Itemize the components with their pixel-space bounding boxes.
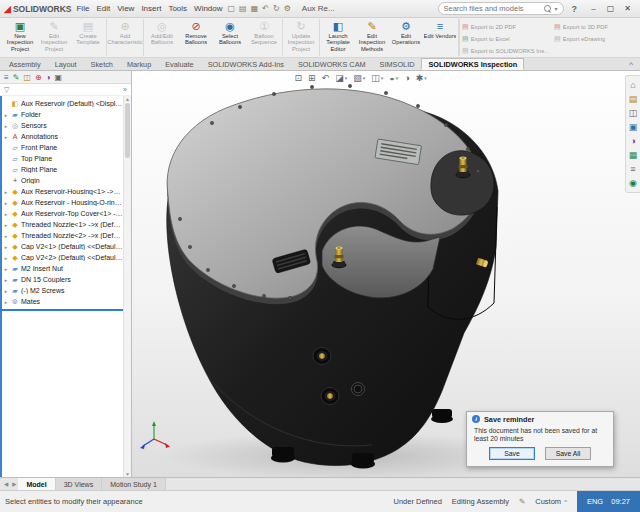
- tree-item-aux-reservoir-top-cover-1-x-d[interactable]: ▸◆Aux Reservoir-Top Cover<1> ->x (D: [3, 208, 123, 219]
- tree-item-cap-v2-1-default-default-di[interactable]: ▸◆Cap V2<1> (Default) <<Default>_Di: [3, 241, 123, 252]
- tab-markup[interactable]: Markup: [120, 58, 158, 70]
- tree-item-dn-15-couplers[interactable]: ▸▰DN 15 Couplers: [3, 274, 123, 285]
- tree-item-front-plane[interactable]: ▱Front Plane: [3, 142, 123, 153]
- front-port-upper[interactable]: [313, 348, 331, 365]
- search-dropdown-icon[interactable]: ▾: [554, 5, 557, 12]
- expand-arrow-icon[interactable]: ▸: [3, 123, 9, 129]
- previous-view-icon[interactable]: ↶: [322, 73, 330, 83]
- menu-window[interactable]: Window: [194, 4, 222, 13]
- tree-item-m2-insert-nut[interactable]: ▸▰M2 Insert Nut: [3, 263, 123, 274]
- tab-scroll-left-icon[interactable]: ◀: [2, 478, 10, 490]
- scenes-icon[interactable]: ▦: [629, 150, 638, 160]
- save-all-button[interactable]: Save All: [545, 447, 591, 460]
- displaymanager-tab-icon[interactable]: ◑: [46, 73, 51, 82]
- tree-item-top-plane[interactable]: ▱Top Plane: [3, 153, 123, 164]
- tree-item-mates[interactable]: ▸⊚Mates: [3, 296, 123, 307]
- expand-arrow-icon[interactable]: ▸: [3, 255, 9, 261]
- undo-icon[interactable]: ↶: [262, 4, 269, 13]
- tree-item-aux-reservoir-default-display-state-1[interactable]: ◧Aux Reservoir (Default) <Display State-…: [3, 98, 123, 109]
- expand-arrow-icon[interactable]: ▸: [3, 134, 9, 140]
- file-explorer-icon[interactable]: ◫: [629, 108, 638, 118]
- tree-item-aux-reservoir-housing-1-x-def[interactable]: ▸◆Aux Reservoir-Housing<1> ->x (Def: [3, 186, 123, 197]
- zoom-area-icon[interactable]: ⊞: [308, 73, 316, 83]
- cam-tab-icon[interactable]: ▣: [54, 73, 62, 82]
- menu-view[interactable]: View: [117, 4, 134, 13]
- language-indicator[interactable]: ENG: [587, 497, 603, 506]
- tree-item-cap-v2-2-default-default-di[interactable]: ▸◆Cap V2<2> (Default) <<Default>_Di: [3, 252, 123, 263]
- inspection-tab-icon[interactable]: ◉: [629, 178, 637, 188]
- edit-inspection-methods-button[interactable]: ✎Edit Inspection Methods: [355, 19, 389, 56]
- maximize-button[interactable]: ▢: [602, 2, 619, 16]
- minimize-button[interactable]: –: [585, 2, 602, 16]
- view-settings-icon[interactable]: ✱▾: [416, 73, 427, 83]
- edit-vendors-button[interactable]: ≡Edit Vendors: [423, 19, 457, 56]
- scrollbar-thumb[interactable]: [125, 103, 130, 158]
- expand-pane-icon[interactable]: »: [123, 86, 127, 93]
- tree-item-aux-reservoir-housing-o-ring-1[interactable]: ▸◆Aux Reservoir - Housing-O-ring<1: [3, 197, 123, 208]
- tree-item-m2-screws[interactable]: ▸▰(-) M2 Screws: [3, 285, 123, 296]
- tree-item-origin[interactable]: +Origin: [3, 175, 123, 186]
- configuration-selector[interactable]: Custom ^: [535, 497, 567, 506]
- launch-template-editor-button[interactable]: ◧Launch Template Editor: [321, 19, 355, 56]
- close-button[interactable]: ✕: [619, 2, 636, 16]
- hide-show-icon[interactable]: ◒▾: [389, 73, 398, 83]
- search-icon[interactable]: [544, 5, 551, 12]
- tab-scroll-right-icon[interactable]: ▶: [10, 478, 18, 490]
- menu-insert[interactable]: Insert: [141, 4, 161, 13]
- options-icon[interactable]: ⚙: [284, 4, 291, 13]
- doc-tab-3d-views[interactable]: 3D Views: [56, 478, 102, 490]
- featuremanager-tab-icon[interactable]: ≡: [4, 73, 9, 82]
- select-balloons-button[interactable]: ◉Select Balloons: [213, 19, 247, 56]
- dimxpertmanager-tab-icon[interactable]: ⊕: [35, 73, 42, 82]
- expand-arrow-icon[interactable]: ▸: [3, 277, 9, 283]
- view-orientation-icon[interactable]: ▧▾: [353, 73, 365, 83]
- panel-split-bar[interactable]: [0, 309, 123, 311]
- tab-sketch[interactable]: Sketch: [84, 58, 120, 70]
- save-button[interactable]: Save: [489, 447, 535, 460]
- tree-item-sensors[interactable]: ▸◎Sensors: [3, 120, 123, 131]
- remove-balloons-button[interactable]: ⊘Remove Balloons: [179, 19, 213, 56]
- edit-appearance-icon[interactable]: ◑: [404, 73, 409, 83]
- configurationmanager-tab-icon[interactable]: ◫: [23, 73, 31, 82]
- expand-arrow-icon[interactable]: ▸: [3, 211, 9, 217]
- tab-simsolid[interactable]: SIMSOLID: [373, 58, 422, 70]
- tab-layout[interactable]: Layout: [48, 58, 84, 70]
- open-document-icon[interactable]: ▤: [239, 4, 247, 13]
- doc-tab-motion-study-1[interactable]: Motion Study 1: [102, 478, 166, 490]
- save-icon[interactable]: ▦: [251, 4, 259, 13]
- section-view-icon[interactable]: ◪▾: [335, 73, 347, 83]
- display-style-icon[interactable]: ◫▾: [371, 73, 383, 83]
- expand-arrow-icon[interactable]: ▸: [3, 233, 9, 239]
- collapse-ribbon-icon[interactable]: ^: [624, 58, 638, 70]
- menu-edit[interactable]: Edit: [96, 4, 110, 13]
- propertymanager-tab-icon[interactable]: ✎: [13, 73, 20, 82]
- edit-operations-button[interactable]: ⚙Edit Operations: [389, 19, 423, 56]
- reservoir-assembly[interactable]: [167, 84, 498, 468]
- tree-item-right-plane[interactable]: ▱Right Plane: [3, 164, 123, 175]
- tab-solidworks-inspection[interactable]: SOLIDWORKS Inspection: [421, 58, 524, 70]
- tab-solidworks-cam[interactable]: SOLIDWORKS CAM: [291, 58, 373, 70]
- expand-arrow-icon[interactable]: ▸: [3, 222, 9, 228]
- scroll-down-icon[interactable]: ▼: [125, 471, 130, 477]
- tab-assembly[interactable]: Assembly: [2, 58, 48, 70]
- tree-item-threaded-nozzle-2-x-default[interactable]: ▸◆Threaded Nozzle<2> ->x (Default) <: [3, 230, 123, 241]
- front-port-lower[interactable]: [321, 388, 339, 405]
- help-button[interactable]: ?: [569, 4, 581, 14]
- expand-arrow-icon[interactable]: ▸: [3, 266, 9, 272]
- menu-file[interactable]: File: [76, 4, 89, 13]
- doc-tab-model[interactable]: Model: [18, 478, 55, 490]
- tree-item-folder[interactable]: ▸▰Folder: [3, 109, 123, 120]
- tab-solidworks-add-ins[interactable]: SOLIDWORKS Add-Ins: [201, 58, 291, 70]
- custom-properties-icon[interactable]: ≡: [630, 164, 635, 174]
- new-document-icon[interactable]: ▢: [228, 4, 236, 13]
- expand-arrow-icon[interactable]: ▸: [3, 288, 9, 294]
- filter-icon[interactable]: ▽: [4, 86, 9, 94]
- expand-arrow-icon[interactable]: ▸: [3, 112, 9, 118]
- edit-sketch-icon[interactable]: ✎: [519, 497, 525, 506]
- tab-evaluate[interactable]: Evaluate: [158, 58, 200, 70]
- scroll-up-icon[interactable]: ▲: [125, 96, 130, 102]
- expand-arrow-icon[interactable]: ▸: [3, 189, 9, 195]
- menu-tools[interactable]: Tools: [168, 4, 187, 13]
- view-palette-icon[interactable]: ▣: [629, 122, 638, 132]
- rebuild-icon[interactable]: ↻: [273, 4, 280, 13]
